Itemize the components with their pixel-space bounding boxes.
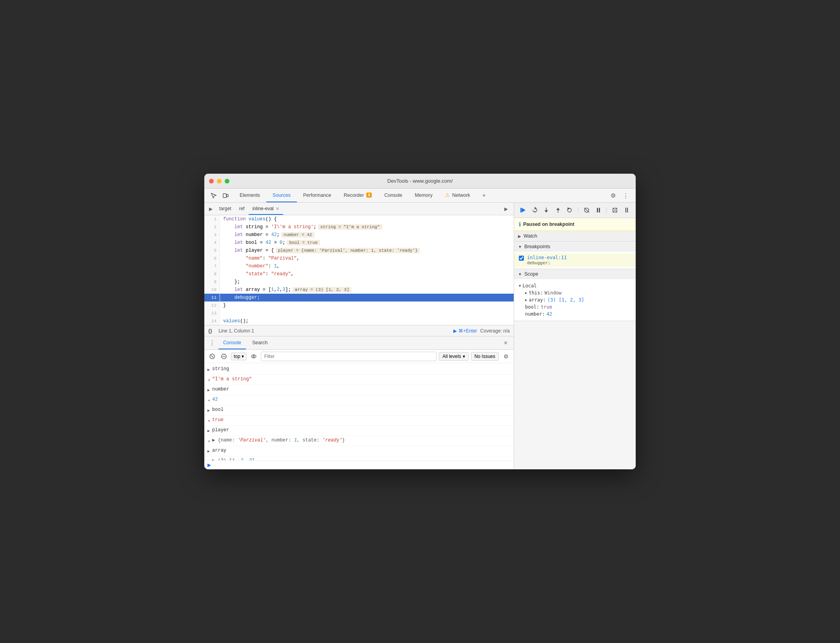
coverage-label: Coverage: n/a bbox=[480, 328, 510, 334]
tab-console-search[interactable]: Search bbox=[247, 336, 273, 349]
code-line-13: 13 bbox=[204, 309, 514, 317]
step-over-button[interactable] bbox=[530, 205, 540, 215]
sources-tree-icon[interactable]: ▶ bbox=[206, 204, 215, 214]
tab-more[interactable]: » bbox=[476, 189, 492, 202]
svg-marker-15 bbox=[568, 208, 569, 209]
context-dropdown[interactable]: top ▾ bbox=[231, 352, 247, 360]
svg-rect-18 bbox=[597, 208, 598, 213]
console-toolbar: top ▾ All levels ▾ bbox=[204, 350, 514, 363]
step-into-button[interactable] bbox=[542, 205, 552, 215]
scope-number[interactable]: number: 42 bbox=[514, 311, 636, 318]
breakpoints-header[interactable]: ▼ Breakpoints bbox=[514, 242, 636, 252]
console-panel: ⋮ Console Search × bbox=[204, 336, 514, 469]
input-arrow-icon: ▶ bbox=[207, 448, 210, 455]
breakpoints-section: ▼ Breakpoints inline-eval:11 debugger; bbox=[514, 242, 636, 269]
maximize-button[interactable] bbox=[225, 179, 229, 183]
file-tab-inline-eval[interactable]: inline-eval × bbox=[249, 203, 283, 215]
file-tab-ref[interactable]: ref bbox=[235, 203, 249, 215]
input-arrow-icon: ▶ bbox=[207, 367, 210, 374]
tab-performance[interactable]: Performance bbox=[297, 189, 338, 202]
tab-memory[interactable]: Memory bbox=[409, 189, 439, 202]
output-arrow-icon: ◀ bbox=[207, 438, 210, 445]
pause-exceptions-button[interactable] bbox=[593, 205, 604, 215]
debug-separator bbox=[578, 207, 578, 213]
tab-bar-icons bbox=[206, 190, 233, 201]
close-button[interactable] bbox=[209, 179, 214, 183]
svg-marker-12 bbox=[545, 211, 547, 212]
resume-button[interactable] bbox=[518, 205, 528, 215]
code-line-11: 11 debugger; bbox=[204, 294, 514, 302]
breakpoint-item: inline-eval:11 debugger; bbox=[514, 253, 636, 267]
code-line-6: 6 "name": "Parzival", bbox=[204, 254, 514, 262]
console-entry-array-output: ◀ ▶ (3) [1, 2, 3] bbox=[204, 456, 514, 460]
file-tab-target[interactable]: target bbox=[215, 203, 235, 215]
input-arrow-icon: ▶ bbox=[207, 407, 210, 414]
scope-array[interactable]: ▶ array: (3) [1, 2, 3] bbox=[514, 296, 636, 303]
tab-bar-right: ⚙ ⋮ bbox=[604, 190, 634, 201]
block-console-icon[interactable] bbox=[219, 352, 229, 361]
code-line-5: 5 let player = {player = {name: 'Parziva… bbox=[204, 247, 514, 254]
network-warning-icon: ⚠ bbox=[445, 192, 450, 198]
no-issues-button[interactable]: No Issues bbox=[471, 352, 499, 361]
tab-console-console[interactable]: Console bbox=[218, 336, 246, 349]
blackbox-icon[interactable] bbox=[610, 205, 620, 215]
tab-network[interactable]: ⚠ Network bbox=[439, 189, 476, 202]
this-expand-icon: ▶ bbox=[525, 291, 527, 295]
console-entry-array-input: ▶ array bbox=[204, 446, 514, 456]
watch-label: Watch bbox=[524, 233, 537, 239]
device-toolbar-icon[interactable] bbox=[220, 190, 231, 201]
breakpoints-content: inline-eval:11 debugger; bbox=[514, 252, 636, 269]
scope-section: ▼ Scope ▼ Local ▶ this: Window bbox=[514, 269, 636, 321]
breakpoint-info: inline-eval:11 debugger; bbox=[527, 255, 631, 265]
console-prompt-input[interactable] bbox=[213, 462, 511, 468]
console-close-icon[interactable]: × bbox=[501, 340, 511, 347]
inspect-icon[interactable] bbox=[208, 190, 219, 201]
title-bar: DevTools - www.google.com/ bbox=[204, 174, 636, 189]
console-entry-bool-output: ◀ true bbox=[204, 416, 514, 426]
info-icon: ℹ bbox=[519, 221, 521, 227]
filter-input[interactable] bbox=[261, 352, 437, 361]
more-debug-icon[interactable]: ⏸ bbox=[622, 205, 632, 215]
tab-elements[interactable]: Elements bbox=[233, 189, 266, 202]
code-line-10: 10 let array = [1,2,3];array = (3) [1, 2… bbox=[204, 286, 514, 294]
console-entry-number-output: ◀ 42 bbox=[204, 395, 514, 405]
main-content: ▶ target ref inline-eval × ▶ bbox=[204, 203, 636, 469]
breakpoint-location: inline-eval:11 bbox=[527, 255, 631, 260]
scope-local-header[interactable]: ▼ Local bbox=[514, 282, 636, 289]
code-editor[interactable]: 1 function values() { 2 let string = 'I\… bbox=[204, 215, 514, 325]
scope-header[interactable]: ▼ Scope bbox=[514, 269, 636, 279]
customize-icon[interactable]: ⋮ bbox=[620, 190, 631, 201]
curly-braces-icon[interactable]: {} bbox=[208, 328, 212, 334]
breakpoints-label: Breakpoints bbox=[524, 244, 550, 249]
paused-message: Paused on breakpoint bbox=[523, 222, 575, 227]
settings-icon[interactable]: ⚙ bbox=[607, 190, 618, 201]
code-line-1: 1 function values() { bbox=[204, 215, 514, 223]
status-bar: {} Line 1, Column 1 ▶ ⌘+Enter Coverage: … bbox=[204, 325, 514, 336]
output-arrow-icon: ◀ bbox=[207, 397, 210, 404]
breakpoint-checkbox[interactable] bbox=[519, 256, 524, 261]
svg-rect-19 bbox=[599, 208, 600, 213]
step-button[interactable] bbox=[565, 205, 575, 215]
output-arrow-icon: ◀ bbox=[207, 418, 210, 425]
console-menu-icon[interactable]: ⋮ bbox=[207, 338, 217, 348]
clear-console-icon[interactable] bbox=[207, 352, 217, 361]
close-tab-icon[interactable]: × bbox=[276, 205, 279, 212]
levels-arrow-icon: ▾ bbox=[463, 354, 465, 359]
console-settings-icon[interactable]: ⚙ bbox=[501, 352, 511, 361]
step-out-button[interactable] bbox=[553, 205, 563, 215]
levels-dropdown[interactable]: All levels ▾ bbox=[439, 352, 468, 361]
deactivate-breakpoints-button[interactable] bbox=[582, 205, 592, 215]
sources-more-icon[interactable]: ▶ bbox=[501, 204, 511, 214]
tab-recorder[interactable]: Recorder ⬆ bbox=[338, 189, 378, 202]
tab-sources[interactable]: Sources bbox=[266, 189, 297, 202]
eye-icon[interactable] bbox=[249, 352, 258, 361]
minimize-button[interactable] bbox=[217, 179, 222, 183]
watch-header[interactable]: ▶ Watch bbox=[514, 231, 636, 241]
run-button[interactable]: ▶ ⌘+Enter bbox=[453, 328, 477, 334]
tab-console[interactable]: Console bbox=[378, 189, 409, 202]
scope-arrow-icon: ▼ bbox=[518, 272, 522, 276]
scope-this[interactable]: ▶ this: Window bbox=[514, 289, 636, 296]
scope-bool[interactable]: bool: true bbox=[514, 303, 636, 311]
debug-separator-2 bbox=[606, 207, 607, 213]
breakpoints-arrow-icon: ▼ bbox=[518, 245, 522, 249]
